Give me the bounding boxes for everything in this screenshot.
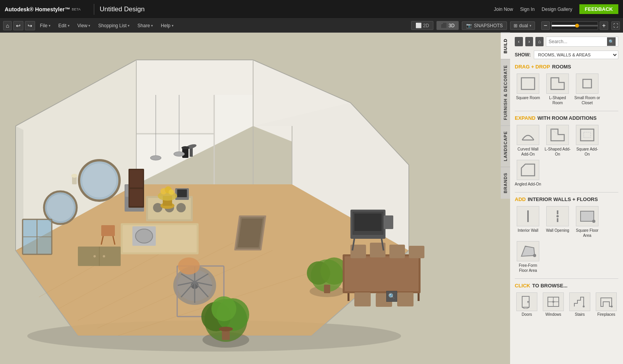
doors-item[interactable]: Doors xyxy=(515,292,539,317)
square-floor-item[interactable]: Square Floor Area xyxy=(574,206,600,238)
square-room-item[interactable]: Square Room xyxy=(515,74,541,105)
svg-point-107 xyxy=(150,156,161,160)
svg-marker-121 xyxy=(521,164,535,176)
angled-add-item[interactable]: Angled Add-On xyxy=(515,160,541,187)
zoom-in-button[interactable]: + xyxy=(600,21,608,30)
svg-rect-115 xyxy=(583,79,591,88)
stairs-label: Stairs xyxy=(575,312,585,317)
share-menu[interactable]: Share ▾ xyxy=(134,21,156,30)
landscape-tab[interactable]: LANDSCAPE xyxy=(501,125,510,166)
room-additions-grid: Curved Wall Add-On L-Shaped Add-On Squar… xyxy=(515,125,618,187)
show-select[interactable]: ROOMS, WALLS & AREAS xyxy=(534,51,618,59)
wall-opening-item[interactable]: Wall Opening xyxy=(544,206,571,238)
small-room-item[interactable]: Small Room or Closet xyxy=(574,74,600,105)
build-tab[interactable]: BUILD xyxy=(501,33,510,59)
file-menu-arrow: ▾ xyxy=(49,24,51,28)
expand-highlight: EXPAND xyxy=(515,115,535,121)
design-title: Untitled Design xyxy=(100,5,144,13)
walls-floors-suffix: INTERIOR WALLS + FLOORS xyxy=(528,196,598,202)
l-add-item[interactable]: L-Shaped Add-On xyxy=(544,125,571,157)
l-add-label: L-Shaped Add-On xyxy=(544,147,571,157)
join-now-link[interactable]: Join Now xyxy=(494,7,513,12)
freeform-floor-item[interactable]: Free-Form Floor Area xyxy=(515,241,541,273)
snapshots-button[interactable]: 📷 SNAPSHOTS xyxy=(462,21,507,30)
fullscreen-button[interactable]: ⛶ xyxy=(611,21,620,30)
svg-rect-84 xyxy=(409,246,424,258)
view-3d-button[interactable]: ⬛ 3D xyxy=(436,21,459,30)
undo-button[interactable]: ↩ xyxy=(13,21,23,30)
search-submit-button[interactable]: 🔍 xyxy=(607,37,616,46)
top-bar: Autodesk® Homestyler™ BETA Untitled Desi… xyxy=(0,0,623,19)
svg-rect-93 xyxy=(384,215,393,229)
angled-add-icon xyxy=(517,160,539,180)
svg-marker-128 xyxy=(521,246,535,256)
magnifier-button[interactable]: 🔍 xyxy=(386,291,397,302)
interior-wall-item[interactable]: Interior Wall xyxy=(515,206,541,238)
home-button[interactable]: ⌂ xyxy=(535,37,544,46)
doors-icon xyxy=(516,292,537,311)
stairs-item[interactable]: Stairs xyxy=(568,292,592,317)
back-button[interactable]: ‹ xyxy=(515,37,523,46)
logo-beta: BETA xyxy=(72,7,81,11)
view-2d-button[interactable]: ⬜ 2D xyxy=(411,21,433,30)
interior-wall-icon xyxy=(517,206,539,226)
shopping-list-menu[interactable]: Shopping List ▾ xyxy=(95,21,133,30)
square-add-item[interactable]: Square Add-On xyxy=(574,125,600,157)
fireplaces-item[interactable]: Fireplaces xyxy=(594,292,618,317)
svg-point-100 xyxy=(181,146,189,149)
svg-rect-52 xyxy=(130,189,143,206)
l-shaped-room-label: L-Shaped Room xyxy=(544,95,571,105)
edit-menu[interactable]: Edit ▾ xyxy=(55,21,73,30)
windows-item[interactable]: Windows xyxy=(541,292,565,317)
curved-wall-icon xyxy=(517,125,539,145)
svg-point-25 xyxy=(71,174,77,178)
svg-rect-87 xyxy=(397,292,414,306)
brands-tab[interactable]: BRANDS xyxy=(501,167,510,199)
svg-point-139 xyxy=(611,306,613,308)
small-room-icon xyxy=(576,74,598,94)
fireplaces-icon xyxy=(596,292,617,311)
zoom-slider[interactable] xyxy=(551,21,598,30)
curved-wall-item[interactable]: Curved Wall Add-On xyxy=(515,125,541,157)
logo: Autodesk® Homestyler™ BETA xyxy=(5,6,81,12)
windows-label: Windows xyxy=(546,312,561,317)
l-shaped-room-item[interactable]: L-Shaped Room xyxy=(544,74,571,105)
walls-floors-highlight: ADD xyxy=(515,196,526,202)
zoom-fill xyxy=(552,25,577,26)
zoom-out-button[interactable]: − xyxy=(541,21,550,30)
forward-button[interactable]: › xyxy=(525,37,533,46)
view-menu[interactable]: View ▾ xyxy=(74,21,94,30)
search-input[interactable] xyxy=(549,39,607,44)
browse-grid: Doors Windows Stairs xyxy=(515,292,618,317)
menu-left: ⌂ ↩ ↪ File ▾ Edit ▾ View ▾ Shopping List… xyxy=(3,21,177,30)
doors-label: Doors xyxy=(522,312,532,317)
sign-in-link[interactable]: Sign In xyxy=(520,7,535,12)
dual-arrow: ▾ xyxy=(530,24,531,28)
divider-1 xyxy=(515,111,618,111)
svg-line-118 xyxy=(551,129,558,135)
dual-view-button[interactable]: ⊞ dual ▾ xyxy=(510,21,535,30)
l-add-icon xyxy=(546,125,569,145)
furnish-decorate-tab[interactable]: FURNISH & DECORATE xyxy=(501,59,510,126)
design-gallery-link[interactable]: Design Gallery xyxy=(542,7,572,12)
svg-rect-78 xyxy=(345,256,419,291)
svg-point-125 xyxy=(556,215,559,217)
svg-rect-119 xyxy=(581,129,594,141)
file-menu[interactable]: File ▾ xyxy=(37,21,53,30)
redo-button[interactable]: ↪ xyxy=(25,21,35,30)
help-menu[interactable]: Help ▾ xyxy=(158,21,177,30)
zoom-thumb[interactable] xyxy=(575,24,579,28)
svg-point-71 xyxy=(219,327,233,331)
walls-floors-title: ADD INTERIOR WALLS + FLOORS xyxy=(515,196,618,202)
sidebar-search-box[interactable]: 🔍 xyxy=(546,37,618,47)
interior-wall-label: Interior Wall xyxy=(518,228,539,233)
viewport[interactable]: ▲ ▼ ◄ ► ✛ ↺ ↻ xyxy=(0,33,510,364)
svg-point-49 xyxy=(169,189,174,195)
expand-title: EXPAND WITH ROOM ADDITIONS xyxy=(515,115,618,121)
home-menu-button[interactable]: ⌂ xyxy=(3,21,12,30)
feedback-button[interactable]: FEEDBACK xyxy=(579,4,618,14)
shopping-list-arrow: ▾ xyxy=(128,24,130,28)
view-menu-arrow: ▾ xyxy=(88,24,90,28)
svg-point-37 xyxy=(176,203,186,212)
walls-floors-grid: Interior Wall Wall Opening Square Floor … xyxy=(515,206,618,273)
